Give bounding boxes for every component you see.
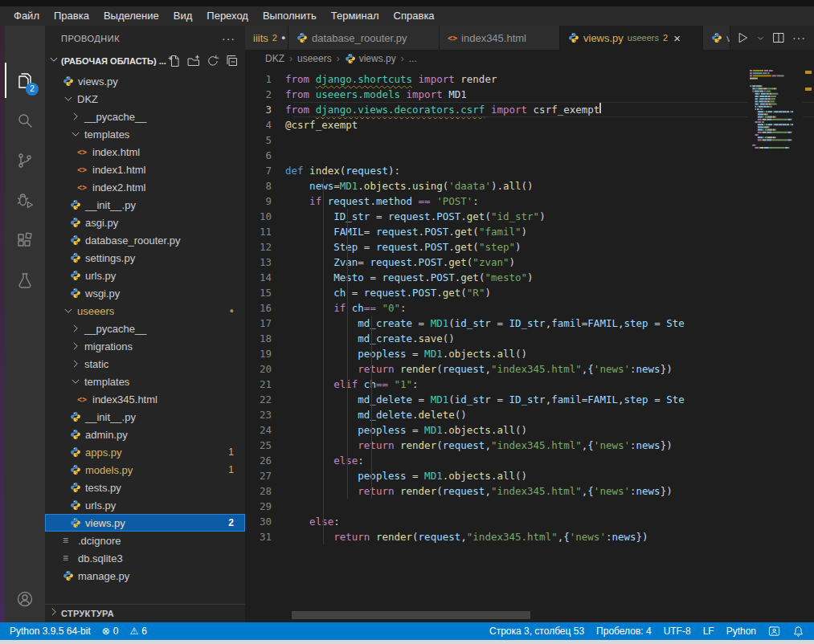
tree-item-useeers[interactable]: useeers●: [45, 302, 245, 320]
tree-item-__init__.py[interactable]: __init__.py: [45, 196, 245, 214]
code-line-27[interactable]: 27 peopless = MD1.objects.all(): [245, 468, 747, 483]
tree-item-__pycache__[interactable]: __pycache__: [45, 320, 245, 337]
minimap[interactable]: [747, 67, 803, 622]
workspace-section-header[interactable]: (РАБОЧАЯ ОБЛАСТЬ) ...: [45, 51, 245, 71]
code-line-9[interactable]: 9 if request.method == 'POST':: [245, 194, 747, 209]
code-line-31[interactable]: 31 return render(request,"index345.html"…: [245, 529, 747, 544]
tree-item-index1.html[interactable]: <>index1.html: [45, 161, 245, 178]
line-number[interactable]: 24: [245, 422, 285, 438]
line-number[interactable]: 17: [245, 316, 285, 331]
code-line-12[interactable]: 12 Step = request.POST.get("step"): [245, 239, 747, 255]
menu-выполнить[interactable]: Выполнить: [256, 6, 324, 26]
line-number[interactable]: 18: [245, 331, 285, 346]
code-line-3[interactable]: 3from django.views.decorators.csrf impor…: [245, 102, 747, 117]
status-indentation[interactable]: Пробелов: 4: [596, 626, 652, 637]
overview-ruler[interactable]: [803, 67, 814, 622]
line-number[interactable]: 15: [245, 285, 285, 300]
line-number[interactable]: 1: [245, 71, 285, 87]
tree-item-admin.py[interactable]: admin.py: [45, 426, 245, 443]
breadcrumb-useeers[interactable]: useeers: [297, 53, 332, 64]
code-line-22[interactable]: 22 md_delete = MD1(id_str = ID_str,famil…: [245, 392, 747, 407]
activitybar-account[interactable]: [5, 580, 45, 618]
code-line-30[interactable]: 30 else:: [245, 514, 747, 529]
code-line-8[interactable]: 8 news=MD1.objects.using('daata').all(): [245, 178, 747, 194]
code-line-2[interactable]: 2from useeers.models import MD1: [245, 87, 747, 102]
status-notifications[interactable]: [792, 626, 804, 638]
line-number[interactable]: 30: [245, 514, 285, 529]
code-line-10[interactable]: 10 ID_str = request.POST.get("id_str"): [245, 209, 747, 224]
tree-item-DKZ[interactable]: DKZ: [45, 90, 245, 108]
tree-item-.dcignore[interactable]: ≡.dcignore: [45, 532, 245, 549]
tree-item-asgi.py[interactable]: asgi.py: [45, 214, 245, 231]
line-number[interactable]: 11: [245, 224, 285, 239]
code-editor[interactable]: 1from django.shortcuts import render2fro…: [245, 67, 814, 622]
line-number[interactable]: 7: [245, 163, 285, 178]
line-number[interactable]: 6: [245, 148, 285, 163]
code-area[interactable]: 1from django.shortcuts import render2fro…: [245, 67, 747, 622]
line-number[interactable]: 28: [245, 483, 285, 499]
line-number[interactable]: 31: [245, 529, 285, 544]
code-line-26[interactable]: 26 else:: [245, 453, 747, 468]
line-number[interactable]: 22: [245, 392, 285, 407]
tree-item-__pycache__[interactable]: __pycache__: [45, 108, 245, 125]
menu-правка[interactable]: Правка: [47, 6, 96, 26]
tree-item-templates[interactable]: templates: [45, 125, 245, 143]
activitybar-testing[interactable]: [5, 262, 45, 300]
tree-item-manage.py[interactable]: manage.py: [45, 567, 245, 585]
line-number[interactable]: 12: [245, 239, 285, 255]
line-number[interactable]: 4: [245, 117, 285, 132]
menu-справка[interactable]: Справка: [387, 6, 442, 26]
status-feedback[interactable]: [768, 626, 780, 638]
code-line-4[interactable]: 4@csrf_exempt: [245, 117, 747, 132]
tree-item-models.py[interactable]: models.py1: [45, 461, 245, 479]
tree-item-db.sqlite3[interactable]: ≡db.sqlite3: [45, 549, 245, 567]
tree-item-static[interactable]: static: [45, 355, 245, 373]
code-line-24[interactable]: 24 peopless = MD1.objects.all(): [245, 422, 747, 438]
menu-выделение[interactable]: Выделение: [96, 6, 166, 26]
line-number[interactable]: 2: [245, 87, 285, 102]
code-line-29[interactable]: 29: [245, 499, 747, 514]
code-line-17[interactable]: 17 md_create = MD1(id_str = ID_str,famil…: [245, 316, 747, 331]
code-line-15[interactable]: 15 ch = request.POST.get("R"): [245, 285, 747, 300]
line-number[interactable]: 20: [245, 361, 285, 377]
status-encoding[interactable]: UTF-8: [664, 626, 691, 637]
code-line-23[interactable]: 23 md_delete.delete(): [245, 407, 747, 422]
code-line-14[interactable]: 14 Mesto = request.POST.get("mesto"): [245, 270, 747, 285]
outline-section-header[interactable]: СТРУКТУРА: [45, 604, 245, 622]
tree-item-templates[interactable]: templates: [45, 373, 245, 390]
new-file-icon[interactable]: [168, 55, 181, 67]
code-line-20[interactable]: 20 return render(request,"index345.html"…: [245, 361, 747, 377]
tree-item-urls.py[interactable]: urls.py: [45, 496, 245, 514]
tree-item-apps.py[interactable]: apps.py1: [45, 443, 245, 461]
code-line-5[interactable]: 5: [245, 132, 747, 148]
tree-item-index345.html[interactable]: <>index345.html: [45, 390, 245, 408]
activitybar-extensions[interactable]: [5, 222, 45, 260]
status-problems-warnings[interactable]: ⚠6: [129, 626, 146, 637]
code-line-1[interactable]: 1from django.shortcuts import render: [245, 71, 747, 87]
line-number[interactable]: 13: [245, 255, 285, 270]
run-dropdown-icon[interactable]: [756, 34, 765, 43]
line-number[interactable]: 10: [245, 209, 285, 224]
menu-терминал[interactable]: Терминал: [324, 6, 387, 26]
activitybar-search[interactable]: [5, 101, 45, 140]
tab-views.py[interactable]: views.pyuseeers2×: [560, 26, 703, 50]
code-line-13[interactable]: 13 Zvan= request.POST.get("zvan"): [245, 255, 747, 270]
tab-database_roouter.py[interactable]: database_roouter.py: [288, 26, 440, 50]
horizontal-scrollbar-thumb[interactable]: [292, 611, 530, 619]
line-number[interactable]: 9: [245, 194, 285, 209]
more-actions-icon[interactable]: ···: [792, 31, 806, 44]
line-number[interactable]: 5: [245, 132, 285, 148]
line-number[interactable]: 19: [245, 346, 285, 361]
breadcrumb-DKZ[interactable]: DKZ: [265, 53, 284, 64]
status-language-mode[interactable]: Python: [726, 626, 756, 637]
tree-item-__init__.py[interactable]: __init__.py: [45, 408, 245, 426]
split-editor-icon[interactable]: [772, 31, 785, 44]
tree-item-database_roouter.py[interactable]: database_roouter.py: [45, 231, 245, 249]
tab-vie[interactable]: vie: [703, 26, 730, 50]
line-number[interactable]: 14: [245, 270, 285, 285]
breadcrumb-views.py[interactable]: views.py: [345, 53, 396, 64]
code-line-6[interactable]: 6: [245, 148, 747, 163]
code-line-28[interactable]: 28 return render(request,"index345.html"…: [245, 483, 747, 499]
code-line-7[interactable]: 7def index(request):: [245, 163, 747, 178]
close-icon[interactable]: ×: [673, 31, 681, 45]
